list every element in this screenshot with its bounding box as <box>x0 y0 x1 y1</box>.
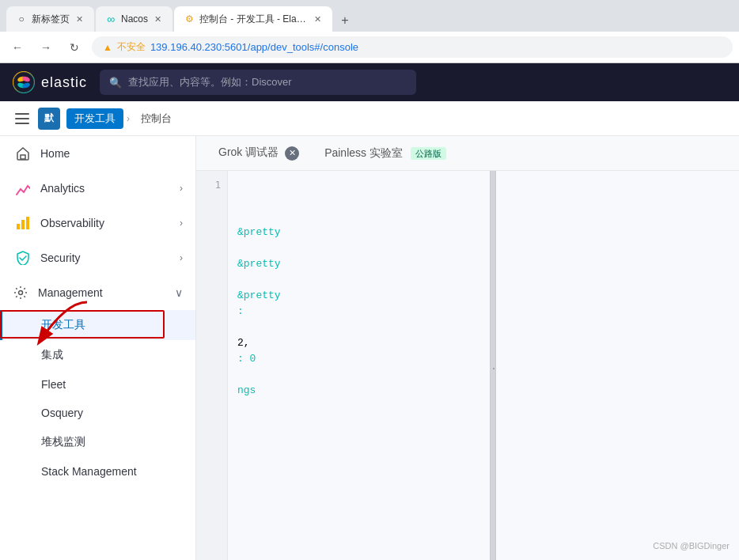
code-line-9: : <box>237 304 480 320</box>
analytics-icon <box>15 180 31 196</box>
line-numbers: 1 <box>196 171 228 560</box>
content-tabs: Grok 调试器 ✕ Painless 实验室 公路版 <box>196 136 739 171</box>
tab-painless-label: Painless 实验室 <box>324 146 403 159</box>
code-line-8: &pretty <box>237 288 480 304</box>
new-tab-button[interactable]: + <box>334 9 356 32</box>
app-header: elastic 🔍 查找应用、内容等。例如：Discover <box>0 63 739 101</box>
svg-rect-9 <box>17 224 20 229</box>
tab-title-3: 控制台 - 开发工具 - Elastic <box>199 13 308 26</box>
line-num-1: 1 <box>196 177 227 193</box>
tab-grok-close[interactable]: ✕ <box>285 146 299 161</box>
app-container: elastic 🔍 查找应用、内容等。例如：Discover 默 开发工具 › … <box>0 63 739 560</box>
sidebar-item-analytics-label: Analytics <box>40 182 170 195</box>
painless-badge: 公路版 <box>411 147 446 160</box>
tab-close-3[interactable]: ✕ <box>313 13 323 26</box>
observability-chevron-icon: › <box>180 218 183 229</box>
sidebar-subitem-fleet[interactable]: Fleet <box>0 370 195 399</box>
code-line-13 <box>237 367 480 383</box>
hamburger-button[interactable] <box>9 106 35 131</box>
back-button[interactable]: ← <box>6 36 28 59</box>
analytics-chevron-icon: › <box>180 183 183 194</box>
code-content[interactable]: &pretty &pretty &pretty : 2, : 0 ngs <box>228 171 490 560</box>
sidebar-item-security-label: Security <box>40 252 170 264</box>
svg-rect-7 <box>15 123 29 124</box>
code-line-6: &pretty <box>237 256 480 272</box>
sub-header: 默 开发工具 › 控制台 <box>0 101 739 136</box>
security-warning-text: 不安全 <box>117 40 146 54</box>
sidebar-item-analytics[interactable]: Analytics › <box>0 171 195 206</box>
url-text: 139.196.40.230:5601/app/dev_tools#/conso… <box>150 41 358 53</box>
header-search[interactable]: 🔍 查找应用、内容等。例如：Discover <box>100 70 416 95</box>
svg-point-0 <box>13 72 34 93</box>
tab-painless[interactable]: Painless 实验室 公路版 <box>315 140 456 167</box>
browser-tab-1[interactable]: ○ 新标签页 ✕ <box>6 6 94 32</box>
svg-rect-10 <box>21 220 25 229</box>
address-bar-row: ← → ↻ ▲ 不安全 139.196.40.230:5601/app/dev_… <box>0 32 739 63</box>
tab-title-2: Nacos <box>121 13 148 25</box>
sidebar-subitem-stack-management[interactable]: Stack Management <box>0 457 195 486</box>
sidebar: Home Analytics › <box>0 136 196 560</box>
sidebar-item-observability[interactable]: Observability › <box>0 206 195 240</box>
sidebar-item-security[interactable]: Security › <box>0 240 195 275</box>
code-line-12: : 0 <box>237 351 480 367</box>
elastic-logo-icon <box>13 71 35 93</box>
code-line-3 <box>237 209 480 225</box>
right-panel <box>496 171 739 560</box>
search-icon: 🔍 <box>109 77 122 89</box>
tab-favicon-3: ⚙ <box>184 13 195 25</box>
observability-icon <box>15 215 31 231</box>
code-line-7 <box>237 272 480 288</box>
sidebar-subitem-osquery[interactable]: Osquery <box>0 399 195 427</box>
svg-point-12 <box>19 291 23 295</box>
tab-favicon-1: ○ <box>16 13 27 25</box>
editor-divider[interactable]: ⋮ <box>490 171 496 560</box>
security-chevron-icon: › <box>180 252 183 263</box>
security-icon <box>15 250 31 266</box>
address-bar[interactable]: ▲ 不安全 139.196.40.230:5601/app/dev_tools#… <box>92 36 733 58</box>
breadcrumb-dev-tools[interactable]: 开发工具 <box>66 108 123 129</box>
content-area: Grok 调试器 ✕ Painless 实验室 公路版 1 &pretty <box>196 136 739 560</box>
svg-rect-6 <box>15 118 29 119</box>
code-line-1 <box>237 177 480 193</box>
elastic-logo-text: elastic <box>41 74 87 91</box>
svg-rect-8 <box>21 155 25 159</box>
svg-rect-5 <box>15 113 29 115</box>
code-line-14: ngs <box>237 383 480 399</box>
browser-tab-2[interactable]: ∞ Nacos ✕ <box>96 6 172 32</box>
sidebar-item-home[interactable]: Home <box>0 136 195 171</box>
tab-close-2[interactable]: ✕ <box>153 13 163 26</box>
tab-title-1: 新标签页 <box>32 13 70 26</box>
tab-bar: ○ 新标签页 ✕ ∞ Nacos ✕ ⚙ 控制台 - 开发工具 - Elasti… <box>0 0 739 32</box>
editor-area: 1 &pretty &pretty &pretty : 2, : 0 <box>196 171 739 560</box>
reload-button[interactable]: ↻ <box>63 36 85 59</box>
sidebar-item-management-label: Management <box>38 286 165 299</box>
sidebar-item-home-label: Home <box>40 147 183 160</box>
tab-close-1[interactable]: ✕ <box>74 13 85 26</box>
main-content: Home Analytics › <box>0 136 739 560</box>
watermark: CSDN @BIGDinger <box>653 541 730 551</box>
elastic-logo: elastic <box>13 71 87 93</box>
tab-favicon-2: ∞ <box>105 13 116 25</box>
code-line-11: 2, <box>237 335 480 351</box>
browser-chrome: ○ 新标签页 ✕ ∞ Nacos ✕ ⚙ 控制台 - 开发工具 - Elasti… <box>0 0 739 63</box>
user-avatar[interactable]: 默 <box>38 108 60 130</box>
breadcrumb-arrow: › <box>127 113 130 124</box>
code-line-4: &pretty <box>237 225 480 240</box>
sidebar-item-observability-label: Observability <box>40 217 170 229</box>
forward-button[interactable]: → <box>35 36 57 59</box>
browser-tab-3[interactable]: ⚙ 控制台 - 开发工具 - Elastic ✕ <box>174 6 332 32</box>
tab-grok-debugger[interactable]: Grok 调试器 ✕ <box>209 139 309 167</box>
management-chevron-icon: ∨ <box>175 286 183 299</box>
sidebar-subitem-dev-tools[interactable]: 开发工具 <box>0 310 195 340</box>
sidebar-subitem-integrations[interactable]: 集成 <box>0 340 195 370</box>
code-line-10 <box>237 320 480 335</box>
sidebar-subitem-stack-monitor[interactable]: 堆栈监测 <box>0 427 195 457</box>
sidebar-item-management[interactable]: Management ∨ <box>0 275 195 310</box>
svg-rect-11 <box>26 217 29 229</box>
code-line-5 <box>237 240 480 256</box>
search-placeholder-text: 查找应用、内容等。例如：Discover <box>128 75 292 89</box>
tab-grok-label: Grok 调试器 <box>218 146 279 158</box>
breadcrumb-console[interactable]: 控制台 <box>133 108 180 129</box>
management-icon <box>13 285 28 301</box>
security-warning-icon: ▲ <box>103 42 112 53</box>
